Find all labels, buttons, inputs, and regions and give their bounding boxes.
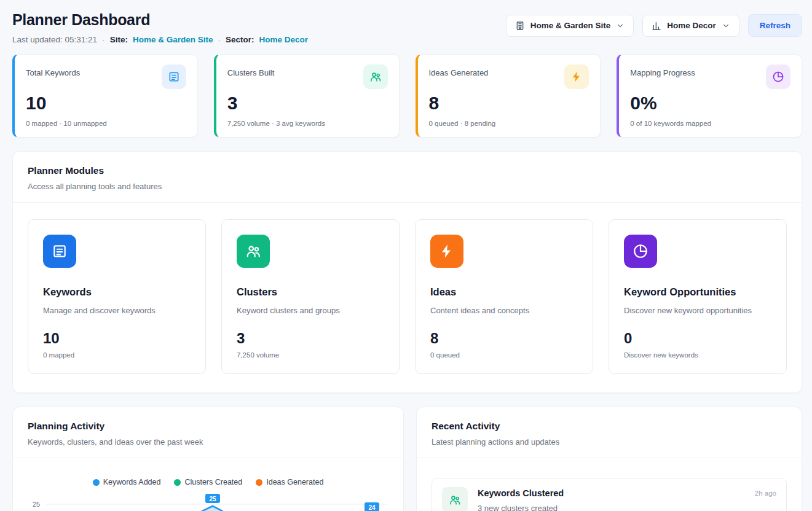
stat-title: Total Keywords bbox=[26, 64, 80, 77]
users-icon bbox=[237, 235, 270, 268]
module-description: Content ideas and concepts bbox=[430, 306, 578, 315]
module-title: Keyword Opportunities bbox=[624, 286, 771, 298]
site-selector-value: Home & Garden Site bbox=[530, 21, 611, 30]
list-icon bbox=[162, 64, 186, 89]
section-subtitle: Latest planning actions and updates bbox=[432, 437, 787, 447]
area-chart: 25 25 24 bbox=[28, 493, 388, 511]
users-icon bbox=[363, 64, 388, 89]
planner-dashboard-page: Planner Dashboard Last updated: 05:31:21… bbox=[0, 0, 812, 511]
module-value: 3 bbox=[237, 330, 384, 347]
recent-activity-header: Recent Activity Latest planning actions … bbox=[417, 407, 802, 458]
module-title: Ideas bbox=[430, 286, 578, 298]
stat-subtext: 0 queued · 8 pending bbox=[429, 120, 589, 127]
module-tile-keyword-opportunities[interactable]: Keyword Opportunities Discover new keywo… bbox=[609, 219, 787, 374]
pie-chart-icon bbox=[624, 235, 657, 268]
stat-card-mapping-progress: Mapping Progress 0% 0 of 10 keywords map… bbox=[617, 54, 802, 138]
header-left: Planner Dashboard Last updated: 05:31:21… bbox=[12, 11, 308, 44]
stat-value: 3 bbox=[227, 93, 388, 114]
data-point-label: 24 bbox=[365, 502, 379, 511]
module-subtext: 0 mapped bbox=[43, 351, 191, 359]
legend-label: Ideas Generated bbox=[266, 478, 323, 486]
planning-activity-card: Planning Activity Keywords, clusters, an… bbox=[12, 407, 404, 511]
chevron-down-icon bbox=[616, 21, 625, 30]
sector-selector-value: Home Decor bbox=[667, 21, 716, 30]
stat-value: 0% bbox=[630, 93, 790, 114]
building-icon bbox=[515, 21, 525, 31]
bottom-row: Planning Activity Keywords, clusters, an… bbox=[12, 407, 802, 511]
meta-separator: · bbox=[218, 35, 221, 44]
planner-modules-card: Planner Modules Access all planning tool… bbox=[12, 151, 802, 393]
planning-activity-chart-area: Keywords Added Clusters Created Ideas Ge… bbox=[13, 458, 403, 511]
data-point-label: 25 bbox=[205, 494, 220, 503]
stat-card-ideas-generated: Ideas Generated 8 0 queued · 8 pending bbox=[416, 54, 601, 138]
module-tile-keywords[interactable]: Keywords Manage and discover keywords 10… bbox=[28, 219, 206, 374]
sector-label: Sector: bbox=[226, 35, 254, 44]
section-subtitle: Keywords, clusters, and ideas over the p… bbox=[28, 437, 388, 447]
planner-modules-header: Planner Modules Access all planning tool… bbox=[13, 152, 802, 203]
bar-chart-icon bbox=[652, 21, 661, 31]
stat-value: 10 bbox=[26, 93, 186, 114]
page-title: Planner Dashboard bbox=[12, 11, 308, 29]
planning-activity-header: Planning Activity Keywords, clusters, an… bbox=[13, 407, 403, 458]
stat-subtext: 0 of 10 keywords mapped bbox=[630, 120, 790, 127]
y-axis-tick: 25 bbox=[33, 501, 40, 508]
stat-subtext: 0 mapped · 10 unmapped bbox=[26, 120, 186, 127]
module-tile-clusters[interactable]: Clusters Keyword clusters and groups 3 7… bbox=[221, 219, 400, 374]
stat-title: Ideas Generated bbox=[429, 64, 489, 77]
lightning-icon bbox=[430, 235, 463, 268]
pie-chart-icon bbox=[766, 64, 790, 89]
header-controls: Home & Garden Site Home Decor Refresh bbox=[506, 14, 802, 37]
module-value: 8 bbox=[430, 330, 578, 347]
module-title: Clusters bbox=[237, 286, 384, 298]
section-title: Planning Activity bbox=[28, 421, 388, 432]
legend-item-clusters-created: Clusters Created bbox=[174, 478, 242, 486]
site-label: Site: bbox=[110, 35, 128, 44]
modules-grid: Keywords Manage and discover keywords 10… bbox=[13, 203, 802, 392]
legend-dot-green bbox=[174, 479, 181, 486]
meta-separator: · bbox=[102, 35, 105, 44]
module-tile-ideas[interactable]: Ideas Content ideas and concepts 8 0 que… bbox=[415, 219, 593, 374]
section-subtitle: Access all planning tools and features bbox=[28, 182, 787, 191]
site-link[interactable]: Home & Garden Site bbox=[133, 35, 213, 44]
legend-label: Clusters Created bbox=[184, 478, 242, 486]
svg-text:25: 25 bbox=[209, 496, 216, 502]
list-icon bbox=[43, 235, 76, 268]
page-meta: Last updated: 05:31:21 · Site: Home & Ga… bbox=[12, 35, 308, 44]
legend-item-keywords-added: Keywords Added bbox=[93, 478, 161, 486]
recent-activity-card: Recent Activity Latest planning actions … bbox=[416, 407, 802, 511]
svg-text:24: 24 bbox=[368, 504, 376, 511]
activity-item-description: 3 new clusters created bbox=[478, 504, 745, 511]
stat-card-clusters-built: Clusters Built 3 7,250 volume · 3 avg ke… bbox=[214, 54, 400, 138]
stat-card-total-keywords: Total Keywords 10 0 mapped · 10 unmapped bbox=[12, 54, 198, 138]
page-header: Planner Dashboard Last updated: 05:31:21… bbox=[12, 11, 802, 44]
activity-item-content: Keywords Clustered 3 new clusters create… bbox=[478, 487, 745, 511]
refresh-button[interactable]: Refresh bbox=[748, 14, 802, 37]
last-updated-text: Last updated: 05:31:21 bbox=[12, 35, 97, 44]
site-selector-dropdown[interactable]: Home & Garden Site bbox=[506, 15, 634, 37]
chart-legend: Keywords Added Clusters Created Ideas Ge… bbox=[28, 478, 388, 486]
activity-item-timestamp: 2h ago bbox=[755, 487, 776, 497]
chevron-down-icon bbox=[722, 21, 730, 30]
stat-value: 8 bbox=[429, 93, 589, 114]
module-value: 10 bbox=[43, 330, 191, 347]
section-title: Recent Activity bbox=[432, 421, 787, 432]
users-icon bbox=[442, 487, 468, 511]
lightning-icon bbox=[564, 64, 589, 89]
legend-dot-orange bbox=[256, 479, 262, 486]
module-description: Keyword clusters and groups bbox=[237, 306, 384, 315]
activity-item-title: Keywords Clustered bbox=[478, 488, 745, 498]
module-subtext: 7,250 volume bbox=[237, 351, 384, 359]
legend-label: Keywords Added bbox=[103, 478, 161, 486]
stat-title: Mapping Progress bbox=[630, 64, 695, 77]
section-title: Planner Modules bbox=[28, 165, 787, 176]
stat-title: Clusters Built bbox=[227, 64, 275, 77]
stat-subtext: 7,250 volume · 3 avg keywords bbox=[227, 120, 388, 127]
sector-selector-dropdown[interactable]: Home Decor bbox=[642, 15, 739, 37]
module-description: Discover new keyword opportunities bbox=[624, 306, 771, 315]
legend-dot-blue bbox=[93, 479, 100, 486]
legend-item-ideas-generated: Ideas Generated bbox=[256, 478, 323, 486]
sector-link[interactable]: Home Decor bbox=[259, 35, 308, 44]
module-description: Manage and discover keywords bbox=[43, 306, 191, 315]
module-title: Keywords bbox=[43, 286, 191, 298]
module-subtext: Discover new keywords bbox=[624, 351, 771, 359]
